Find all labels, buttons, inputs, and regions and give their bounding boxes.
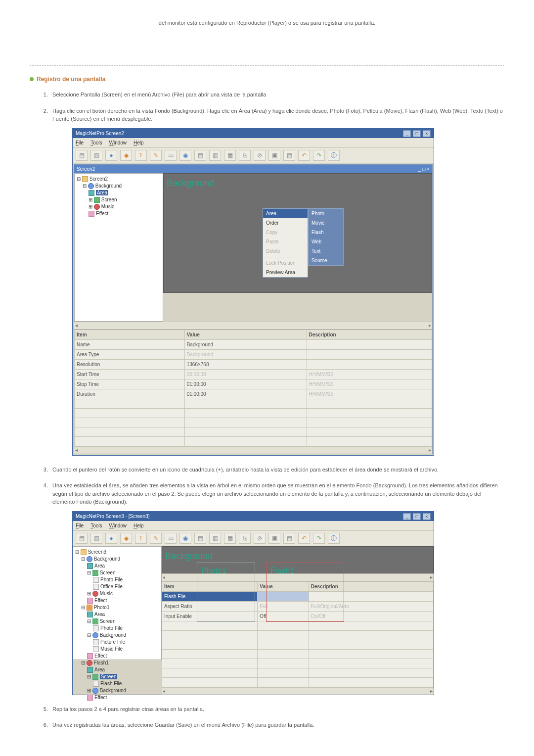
cell[interactable]: [258, 640, 309, 649]
tb-btn[interactable]: ◉: [179, 533, 191, 544]
tree-panel[interactable]: ⊟ Screen2 ⊟ Background Area ⊞ Screen ⊞ M…: [74, 173, 163, 322]
tb-btn[interactable]: ▣: [268, 533, 280, 544]
tb-btn[interactable]: ▤: [194, 533, 206, 544]
tree-node[interactable]: ⊟ Background: [75, 556, 159, 563]
tree-node[interactable]: Effect: [75, 694, 159, 701]
tb-btn[interactable]: T: [135, 150, 147, 161]
cell[interactable]: [258, 630, 309, 640]
tb-btn[interactable]: ↷: [313, 533, 325, 544]
tb-btn[interactable]: ⓘ: [328, 533, 340, 544]
titlebar[interactable]: MagicNetPro Screen3 - [Screen3] _ □ ×: [73, 512, 434, 521]
tree-node[interactable]: Office File: [75, 583, 159, 590]
ctx-order[interactable]: Order: [263, 218, 308, 228]
maximize-icon[interactable]: □: [413, 513, 421, 520]
close-icon[interactable]: ×: [423, 513, 431, 520]
tree-panel[interactable]: ⊟ Screen3 ⊟ Background Area ⊟ Screen Pho…: [73, 546, 162, 660]
cell[interactable]: [309, 677, 433, 687]
cell[interactable]: [184, 418, 307, 427]
tb-btn[interactable]: ↶: [298, 150, 310, 161]
cell[interactable]: Duration: [75, 389, 185, 399]
cell[interactable]: [307, 399, 432, 408]
cell[interactable]: [184, 399, 307, 408]
cell[interactable]: [309, 668, 433, 677]
tree-node[interactable]: Effect: [75, 653, 159, 660]
tb-btn[interactable]: ▤: [283, 533, 295, 544]
tb-btn[interactable]: ◆: [120, 150, 132, 161]
cell[interactable]: [75, 399, 185, 408]
cell[interactable]: [162, 677, 258, 687]
tree-node[interactable]: ⊞ Music: [75, 590, 159, 597]
cell[interactable]: [258, 659, 309, 668]
cell[interactable]: [162, 668, 258, 677]
menu-help[interactable]: Help: [134, 139, 144, 146]
tb-btn[interactable]: ⓘ: [328, 150, 340, 161]
close-icon[interactable]: ×: [427, 166, 430, 172]
menu-window[interactable]: Window: [109, 522, 127, 529]
menubar[interactable]: File Tools Window Help: [73, 521, 434, 530]
cell[interactable]: [75, 418, 185, 427]
cell[interactable]: [309, 649, 433, 659]
tree-node[interactable]: Effect: [75, 597, 159, 604]
close-icon[interactable]: ×: [423, 130, 431, 137]
cell[interactable]: [307, 418, 432, 427]
tb-btn[interactable]: ●: [105, 150, 117, 161]
cell[interactable]: [258, 649, 309, 659]
tb-btn[interactable]: ↷: [313, 150, 325, 161]
tb-btn[interactable]: ▦: [224, 150, 236, 161]
cell[interactable]: [75, 436, 185, 446]
h-scrollbar[interactable]: ◂▸: [74, 446, 432, 454]
maximize-icon[interactable]: □: [422, 166, 425, 172]
tb-btn[interactable]: ●: [105, 533, 117, 544]
cell[interactable]: [309, 630, 433, 640]
cell[interactable]: [258, 668, 309, 677]
cell[interactable]: [309, 640, 433, 649]
cell[interactable]: [162, 640, 258, 649]
tb-btn[interactable]: ⊘: [254, 533, 266, 544]
window-controls[interactable]: _ □ ×: [402, 130, 431, 137]
sub-source[interactable]: Source: [309, 256, 343, 265]
cell[interactable]: [258, 677, 309, 687]
cell[interactable]: Start Time: [75, 369, 185, 379]
cell[interactable]: [309, 659, 433, 668]
ctx-preview[interactable]: Preview Area: [263, 268, 308, 277]
tree-node[interactable]: ⊟ Screen: [75, 618, 159, 625]
canvas-tile-photo1[interactable]: Photo1: [197, 563, 255, 622]
tree-node-root[interactable]: ⊟ Screen2: [77, 176, 161, 183]
minimize-icon[interactable]: _: [418, 166, 421, 172]
toolbar[interactable]: ▤ ▥ ● ◆ T ✎ ▭ ◉ ▤ ▥ ▦ ⎘ ⊘ ▣ ▤ ↶ ↷ ⓘ: [73, 530, 434, 546]
menu-window[interactable]: Window: [109, 139, 127, 146]
cell[interactable]: [184, 427, 307, 436]
menu-tools[interactable]: Tools: [90, 522, 102, 529]
tb-btn[interactable]: ▭: [165, 533, 177, 544]
tree-node[interactable]: Music File: [75, 646, 159, 653]
cell[interactable]: HH/MM/SS: [307, 379, 432, 389]
tree-node[interactable]: ⊟ Screen: [75, 673, 159, 680]
tree-node[interactable]: ⊟ Background: [75, 632, 159, 639]
cell[interactable]: [184, 408, 307, 418]
tree-node-effect[interactable]: Effect: [77, 210, 161, 217]
tree-node-screen[interactable]: ⊞ Screen: [77, 196, 161, 203]
cell[interactable]: [309, 621, 433, 630]
cell[interactable]: [75, 427, 185, 436]
context-menu[interactable]: Area Order Copy Paste Delete Lock Positi…: [263, 208, 308, 278]
tb-btn[interactable]: ⊘: [254, 150, 266, 161]
cell[interactable]: Name: [75, 339, 185, 349]
tree-node[interactable]: Picture File: [75, 639, 159, 646]
sub-photo[interactable]: Photo: [309, 209, 343, 218]
tb-btn[interactable]: ▥: [90, 150, 102, 161]
tree-node[interactable]: Area: [75, 611, 159, 618]
canvas-area[interactable]: Background Area Order Copy Paste Delete …: [163, 173, 432, 293]
cell[interactable]: [307, 436, 432, 446]
ctx-area[interactable]: Area: [263, 209, 308, 218]
canvas-tile-flash1[interactable]: Flash1: [266, 563, 344, 622]
cell[interactable]: Background: [184, 349, 307, 359]
tb-btn[interactable]: ✎: [150, 533, 162, 544]
menubar[interactable]: File Tools Window Help: [73, 138, 434, 147]
cell[interactable]: Resolution: [75, 359, 185, 369]
menu-file[interactable]: File: [76, 139, 84, 146]
tree-node[interactable]: ⊟ Screen: [75, 569, 159, 576]
tb-btn[interactable]: ▣: [268, 150, 280, 161]
tb-btn[interactable]: ▤: [76, 533, 88, 544]
tb-btn[interactable]: ▦: [224, 533, 236, 544]
cell[interactable]: 01:00:00: [184, 389, 307, 399]
